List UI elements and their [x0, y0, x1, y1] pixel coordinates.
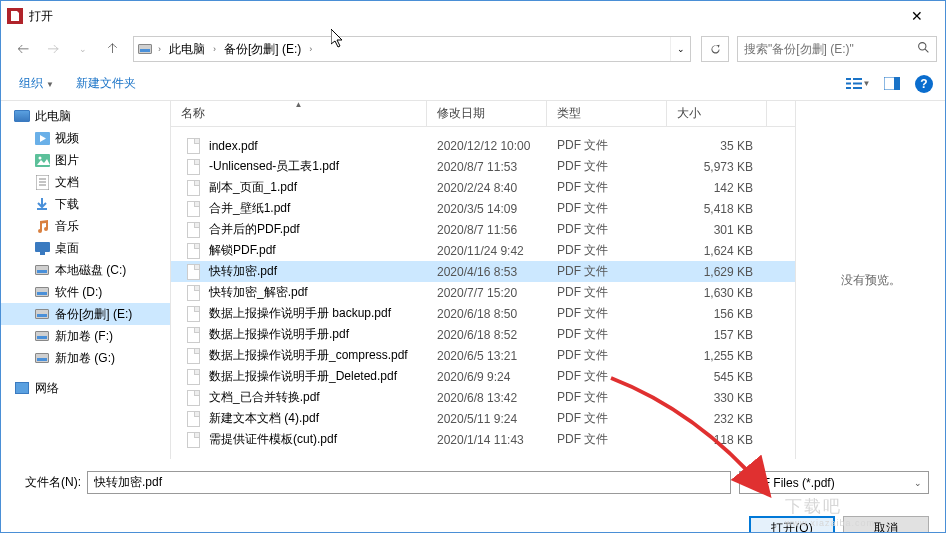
file-date: 2020/3/5 14:09	[427, 202, 547, 216]
organize-menu[interactable]: 组织▼	[13, 71, 60, 96]
disk-icon	[33, 284, 51, 300]
search-input[interactable]	[744, 42, 917, 56]
filename-input[interactable]	[87, 471, 731, 494]
chevron-right-icon[interactable]: ›	[211, 44, 218, 54]
cancel-button[interactable]: 取消	[843, 516, 929, 533]
file-date: 2020/1/14 11:43	[427, 433, 547, 447]
col-size[interactable]: 大小	[667, 101, 767, 126]
sidebar-item-label: 桌面	[55, 240, 79, 257]
file-type: PDF 文件	[547, 431, 667, 448]
chevron-right-icon[interactable]: ›	[307, 44, 314, 54]
file-type: PDF 文件	[547, 137, 667, 154]
nav-bar: 🡠 🡢 ⌄ 🡡 › 此电脑 › 备份[勿删] (E:) › ⌄	[1, 31, 945, 67]
file-date: 2020/6/8 13:42	[427, 391, 547, 405]
recent-dropdown[interactable]: ⌄	[69, 35, 97, 63]
drive-icon	[134, 44, 156, 54]
sidebar-item[interactable]: 备份[勿删] (E:)	[1, 303, 170, 325]
file-pane: 名称▲ 修改日期 类型 大小 index.pdf2020/12/12 10:00…	[171, 101, 795, 459]
file-row[interactable]: -Unlicensed-员工表1.pdf2020/8/7 11:53PDF 文件…	[171, 156, 795, 177]
breadcrumb[interactable]: › 此电脑 › 备份[勿删] (E:) › ⌄	[133, 36, 691, 62]
file-size: 301 KB	[667, 223, 767, 237]
col-type[interactable]: 类型	[547, 101, 667, 126]
column-headers: 名称▲ 修改日期 类型 大小	[171, 101, 795, 127]
file-type: PDF 文件	[547, 347, 667, 364]
file-row[interactable]: 数据上报操作说明手册_compress.pdf2020/6/5 13:21PDF…	[171, 345, 795, 366]
file-name: 需提供证件模板(cut).pdf	[209, 431, 337, 448]
file-name: 数据上报操作说明手册.pdf	[209, 326, 349, 343]
sort-indicator-icon: ▲	[295, 101, 303, 109]
pdf-file-icon	[187, 348, 203, 364]
file-type: PDF 文件	[547, 410, 667, 427]
new-folder-button[interactable]: 新建文件夹	[70, 71, 142, 96]
document-icon	[33, 174, 51, 190]
file-row[interactable]: 数据上报操作说明手册 backup.pdf2020/6/18 8:50PDF 文…	[171, 303, 795, 324]
view-options[interactable]: ▼	[841, 71, 875, 97]
pdf-file-icon	[187, 327, 203, 343]
file-date: 2020/6/18 8:52	[427, 328, 547, 342]
preview-pane-toggle[interactable]	[875, 71, 909, 97]
file-name: 快转加密.pdf	[209, 263, 277, 280]
sidebar-item[interactable]: 文档	[1, 171, 170, 193]
col-name[interactable]: 名称▲	[171, 101, 427, 126]
file-row[interactable]: 快转加密_解密.pdf2020/7/7 15:20PDF 文件1,630 KB	[171, 282, 795, 303]
file-size: 330 KB	[667, 391, 767, 405]
open-button[interactable]: 打开(O)	[749, 516, 835, 533]
monitor-icon	[13, 108, 31, 124]
sidebar-item[interactable]: 视频	[1, 127, 170, 149]
file-row[interactable]: 合并后的PDF.pdf2020/8/7 11:56PDF 文件301 KB	[171, 219, 795, 240]
back-button[interactable]: 🡠	[9, 35, 37, 63]
file-name: 副本_页面_1.pdf	[209, 179, 297, 196]
breadcrumb-seg-0[interactable]: 此电脑	[163, 37, 211, 61]
sidebar-item[interactable]: 本地磁盘 (C:)	[1, 259, 170, 281]
sidebar-item[interactable]: 软件 (D:)	[1, 281, 170, 303]
file-row[interactable]: 文档_已合并转换.pdf2020/6/8 13:42PDF 文件330 KB	[171, 387, 795, 408]
search-icon[interactable]	[917, 41, 930, 57]
file-list[interactable]: index.pdf2020/12/12 10:00PDF 文件35 KB-Unl…	[171, 127, 795, 459]
file-row[interactable]: 需提供证件模板(cut).pdf2020/1/14 11:43PDF 文件118…	[171, 429, 795, 450]
search-box[interactable]	[737, 36, 937, 62]
up-button[interactable]: 🡡	[99, 35, 127, 63]
forward-button[interactable]: 🡢	[39, 35, 67, 63]
file-date: 2020/8/7 11:56	[427, 223, 547, 237]
file-date: 2020/11/24 9:42	[427, 244, 547, 258]
sidebar-item-label: 软件 (D:)	[55, 284, 102, 301]
file-row[interactable]: 快转加密.pdf2020/4/16 8:53PDF 文件1,629 KB	[171, 261, 795, 282]
file-row[interactable]: 合并_壁纸1.pdf2020/3/5 14:09PDF 文件5,418 KB	[171, 198, 795, 219]
svg-rect-7	[853, 87, 862, 89]
filetype-select[interactable]: PDF Files (*.pdf)⌄	[739, 471, 929, 494]
file-name: 合并_壁纸1.pdf	[209, 200, 290, 217]
file-row[interactable]: 数据上报操作说明手册.pdf2020/6/18 8:52PDF 文件157 KB	[171, 324, 795, 345]
sidebar: 此电脑视频图片文档下载音乐桌面本地磁盘 (C:)软件 (D:)备份[勿删] (E…	[1, 101, 171, 459]
sidebar-item[interactable]: 下载	[1, 193, 170, 215]
refresh-button[interactable]	[701, 36, 729, 62]
pdf-file-icon	[187, 159, 203, 175]
sidebar-item-label: 本地磁盘 (C:)	[55, 262, 126, 279]
sidebar-item[interactable]: 音乐	[1, 215, 170, 237]
svg-rect-3	[846, 83, 851, 85]
file-row[interactable]: 副本_页面_1.pdf2020/2/24 8:40PDF 文件142 KB	[171, 177, 795, 198]
file-size: 5,418 KB	[667, 202, 767, 216]
sidebar-item[interactable]: 新加卷 (G:)	[1, 347, 170, 369]
sidebar-item[interactable]: 新加卷 (F:)	[1, 325, 170, 347]
sidebar-item[interactable]: 此电脑	[1, 105, 170, 127]
file-row[interactable]: 数据上报操作说明手册_Deleted.pdf2020/6/9 9:24PDF 文…	[171, 366, 795, 387]
file-row[interactable]: 解锁PDF.pdf2020/11/24 9:42PDF 文件1,624 KB	[171, 240, 795, 261]
file-date: 2020/2/24 8:40	[427, 181, 547, 195]
file-row[interactable]: index.pdf2020/12/12 10:00PDF 文件35 KB	[171, 135, 795, 156]
breadcrumb-dropdown[interactable]: ⌄	[670, 37, 690, 61]
close-button[interactable]: ✕	[894, 1, 939, 31]
music-icon	[33, 218, 51, 234]
sidebar-item[interactable]: 图片	[1, 149, 170, 171]
download-icon	[33, 196, 51, 212]
file-name: 新建文本文档 (4).pdf	[209, 410, 319, 427]
sidebar-item[interactable]: 网络	[1, 377, 170, 399]
sidebar-item[interactable]: 桌面	[1, 237, 170, 259]
chevron-right-icon[interactable]: ›	[156, 44, 163, 54]
breadcrumb-seg-1[interactable]: 备份[勿删] (E:)	[218, 37, 307, 61]
sidebar-item-label: 网络	[35, 380, 59, 397]
pdf-file-icon	[187, 306, 203, 322]
svg-rect-5	[853, 78, 862, 80]
help-button[interactable]: ?	[915, 75, 933, 93]
file-row[interactable]: 新建文本文档 (4).pdf2020/5/11 9:24PDF 文件232 KB	[171, 408, 795, 429]
col-date[interactable]: 修改日期	[427, 101, 547, 126]
